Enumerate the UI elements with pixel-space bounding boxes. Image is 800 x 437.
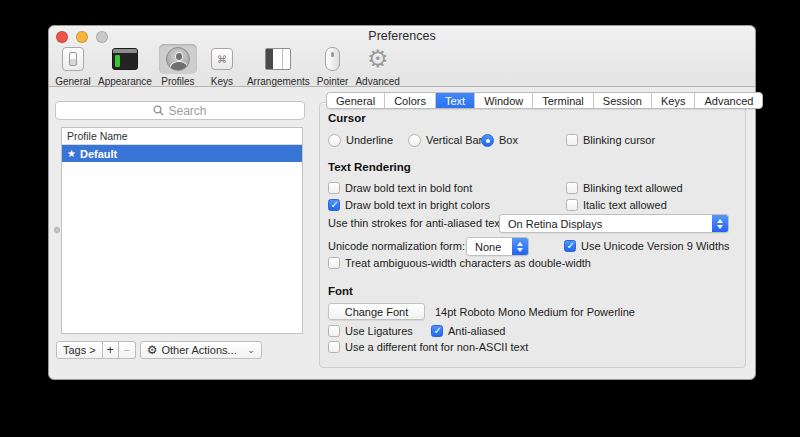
close-button[interactable] — [56, 31, 68, 43]
checkbox-icon[interactable] — [328, 257, 340, 269]
tab-text[interactable]: Text — [435, 93, 474, 108]
chevron-down-icon: ⌄ — [247, 345, 255, 355]
checkbox-icon[interactable] — [566, 134, 578, 146]
cursor-heading: Cursor — [328, 112, 366, 124]
checkbox-icon[interactable] — [328, 325, 340, 337]
checkbox-antialiased[interactable]: Anti-aliased — [431, 323, 505, 339]
toolbar-item-appearance[interactable]: Appearance — [98, 44, 152, 87]
tab-keys[interactable]: Keys — [651, 93, 694, 108]
checkbox-blinking-text[interactable]: Blinking text allowed — [566, 180, 683, 196]
window-title: Preferences — [49, 26, 755, 46]
checkbox-icon-checked[interactable] — [431, 325, 443, 337]
checkbox-bright-colors[interactable]: Draw bold text in bright colors — [328, 197, 490, 213]
checkbox-icon[interactable] — [566, 182, 578, 194]
titlebar: Preferences — [49, 26, 755, 44]
window-panes-icon — [265, 48, 291, 70]
profile-actions: Tags > + − ⚙ Other Actions... ⌄ — [56, 341, 262, 359]
change-font-button[interactable]: Change Font — [328, 303, 425, 320]
profile-list: Profile Name ★ Default — [61, 127, 303, 334]
checkbox-icon-checked[interactable] — [564, 240, 576, 252]
tab-advanced[interactable]: Advanced — [694, 93, 762, 108]
checkbox-ambiguous-width[interactable]: Treat ambiguous-width characters as doub… — [328, 255, 591, 271]
star-icon: ★ — [67, 148, 76, 159]
checkbox-italic-text[interactable]: Italic text allowed — [566, 197, 667, 213]
keycap-icon: ⌘ — [211, 48, 233, 70]
preferences-window: Preferences General Appearance Profiles … — [48, 25, 756, 380]
checkbox-icon[interactable] — [566, 199, 578, 211]
profile-name: Default — [80, 148, 117, 160]
checkbox-icon-checked[interactable] — [328, 199, 340, 211]
profile-list-header: Profile Name — [62, 128, 302, 145]
font-heading: Font — [328, 285, 353, 297]
checkbox-unicode9-widths[interactable]: Use Unicode Version 9 Widths — [564, 238, 730, 254]
toolbar-item-advanced[interactable]: ⚙ Advanced — [355, 44, 399, 87]
thin-strokes-label: Use thin strokes for anti-aliased text — [328, 215, 503, 231]
tab-terminal[interactable]: Terminal — [532, 93, 593, 108]
radio-underline[interactable]: Underline — [328, 132, 393, 148]
checkbox-blinking-cursor[interactable]: Blinking cursor — [566, 132, 655, 148]
toolbar: General Appearance Profiles ⌘ Keys Arran… — [55, 44, 400, 87]
window-header: Preferences General Appearance Profiles … — [49, 26, 755, 87]
toolbar-item-arrangements[interactable]: Arrangements — [247, 44, 310, 87]
current-font-label: 14pt Roboto Mono Medium for Powerline — [435, 304, 635, 320]
toolbar-item-keys[interactable]: ⌘ Keys — [204, 44, 240, 87]
toolbar-item-general[interactable]: General — [55, 44, 91, 87]
unicode-normalization-label: Unicode normalization form: — [328, 238, 465, 254]
other-actions-label: Other Actions... — [161, 344, 236, 356]
switch-icon — [62, 47, 84, 71]
checkbox-icon[interactable] — [328, 182, 340, 194]
checkbox-icon[interactable] — [328, 341, 340, 353]
radio-vertical-bar[interactable]: Vertical Bar — [408, 132, 482, 148]
profile-row-default[interactable]: ★ Default — [62, 145, 302, 162]
splitter-handle[interactable] — [54, 227, 60, 233]
search-icon — [153, 105, 164, 116]
search-placeholder: Search — [168, 104, 206, 118]
remove-profile-button: − — [119, 341, 136, 359]
popup-stepper-icon — [712, 215, 728, 232]
checkbox-non-ascii-font[interactable]: Use a different font for non-ASCII text — [328, 339, 528, 355]
tags-button[interactable]: Tags > — [56, 341, 103, 359]
checkbox-bold-font[interactable]: Draw bold text in bold font — [328, 180, 472, 196]
mouse-icon — [325, 47, 340, 71]
unicode-normalization-popup[interactable]: None — [466, 237, 529, 256]
appearance-window-icon — [112, 48, 138, 70]
radio-icon[interactable] — [408, 134, 421, 147]
radio-icon-selected[interactable] — [481, 134, 494, 147]
popup-stepper-icon — [512, 238, 528, 255]
minimize-button[interactable] — [76, 31, 88, 43]
tab-session[interactable]: Session — [593, 93, 651, 108]
toolbar-item-pointer[interactable]: Pointer — [317, 44, 349, 87]
zoom-button — [96, 31, 108, 43]
toolbar-item-profiles[interactable]: Profiles — [159, 44, 197, 87]
tab-general[interactable]: General — [327, 93, 384, 108]
checkbox-use-ligatures[interactable]: Use Ligatures — [328, 323, 413, 339]
radio-box[interactable]: Box — [481, 132, 518, 148]
radio-icon[interactable] — [328, 134, 341, 147]
other-actions-dropdown[interactable]: ⚙ Other Actions... ⌄ — [140, 341, 262, 359]
gear-icon: ⚙ — [367, 47, 389, 71]
tab-colors[interactable]: Colors — [384, 93, 435, 108]
add-profile-button[interactable]: + — [103, 341, 119, 359]
search-field[interactable]: Search — [55, 101, 305, 120]
thin-strokes-popup[interactable]: On Retina Displays — [499, 214, 729, 233]
profile-tabs: General Colors Text Window Terminal Sess… — [326, 92, 763, 109]
person-icon — [166, 47, 190, 71]
tab-window[interactable]: Window — [474, 93, 532, 108]
gear-icon: ⚙ — [147, 343, 158, 357]
text-rendering-heading: Text Rendering — [328, 161, 411, 173]
